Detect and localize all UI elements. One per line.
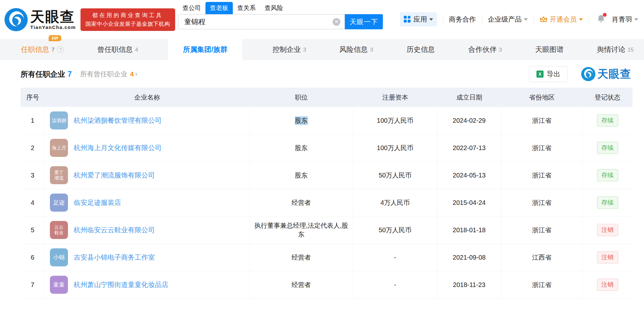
tab-count: 3 [370, 47, 373, 53]
tab-2[interactable]: 曾任职信息4 [94, 39, 141, 60]
top-navigation: 应用 商务合作 企业级产品 开通会员 肖青羽 [400, 12, 638, 26]
company-link[interactable]: 临安足迹服装店 [74, 198, 121, 207]
tab-1[interactable]: VIP任职信息7? [18, 39, 67, 60]
help-icon[interactable]: ? [57, 46, 64, 53]
status-badge: 注销 [597, 224, 618, 236]
company-link[interactable]: 杭州柒酒捌餐饮管理有限公司 [74, 116, 162, 125]
tianyancha-logo[interactable]: 天眼查 TianYanCha.com [5, 8, 76, 31]
tab-9[interactable]: 舆情讨论15 [594, 39, 637, 60]
divider [443, 15, 443, 24]
table-row: 7童童杭州萧山宁围街道童童化妆品店经营者-2018-11-23浙江省注销 [21, 271, 632, 299]
status-badge: 存续 [597, 169, 618, 181]
tab-count: 7 [52, 47, 54, 53]
company-link[interactable]: 杭州爱了潮流服饰有限公司 [74, 171, 155, 180]
tab-label: 舆情讨论 [597, 45, 625, 54]
user-menu[interactable]: 肖青羽 [612, 15, 638, 24]
cell-seq: 1 [21, 107, 45, 134]
cell-seq: 2 [21, 134, 45, 161]
search-tab-2[interactable]: 查老板 [205, 2, 233, 14]
avatar-line: 鞋业 [54, 230, 63, 236]
cell-province: 浙江省 [501, 189, 582, 216]
position-text: 股东 [295, 171, 308, 180]
column-header-5: 成立日期 [437, 88, 501, 107]
notifications-bell[interactable] [597, 14, 605, 24]
export-button[interactable]: X 导出 [529, 66, 568, 82]
company-link[interactable]: 吉安县小锦电子商务工作室 [74, 253, 155, 262]
avatar-line: 爱了 [54, 170, 63, 176]
avatar-line: 柒酒捌 [52, 118, 66, 124]
cell-status: 存续 [582, 162, 632, 189]
company-avatar[interactable]: 足迹 [50, 194, 68, 212]
company-link[interactable]: 杭州萧山宁围街道童童化妆品店 [74, 280, 168, 289]
cell-seq: 3 [21, 162, 45, 189]
cell-capital: - [353, 271, 437, 298]
cell-company: 童童杭州萧山宁围街道童童化妆品店 [45, 271, 250, 298]
cell-province: 浙江省 [501, 162, 582, 189]
current-positions-count: 7 [68, 70, 72, 78]
column-header-6: 省份地区 [501, 88, 582, 107]
search-tab-1[interactable]: 查公司 [178, 2, 205, 14]
search-tab-4[interactable]: 查风险 [260, 2, 288, 14]
top-header: 天眼查 TianYanCha.com 都在用的商业查询工具 国家中小企业发展子基… [0, 0, 644, 39]
apps-grid-icon [404, 16, 411, 23]
cell-status: 存续 [582, 189, 632, 216]
search-input[interactable] [178, 14, 345, 29]
divider [482, 15, 482, 24]
company-avatar[interactable]: 海上月 [50, 139, 68, 157]
table-row: 4足迹临安足迹服装店经营者4万人民币2015-04-24浙江省存续 [21, 189, 632, 216]
tab-8[interactable]: 天眼图谱 [532, 39, 567, 60]
avatar-line: 潮流 [54, 175, 63, 181]
nav-enterprise-products[interactable]: 企业级产品 [488, 15, 528, 24]
chevron-down-icon [429, 18, 433, 21]
vip-badge: VIP [49, 35, 61, 41]
cell-position: 经营者 [250, 244, 353, 271]
open-vip-button[interactable]: 开通会员 [540, 15, 583, 24]
table-subheader: 所有任职企业7 所有曾任职企业4› X 导出 天眼查 [21, 65, 631, 83]
clear-search-icon[interactable]: ✕ [333, 18, 340, 26]
company-avatar[interactable]: 爱了潮流 [50, 166, 68, 184]
company-avatar[interactable]: 柒酒捌 [50, 111, 68, 129]
table-body: 1柒酒捌杭州柒酒捌餐饮管理有限公司股东100万人民币2024-02-29浙江省存… [21, 107, 632, 299]
avatar-line: 童童 [53, 281, 65, 289]
cell-province: 浙江省 [501, 271, 582, 298]
avatar-line: 云云 [54, 225, 63, 230]
cell-company: 小锦吉安县小锦电子商务工作室 [45, 244, 250, 271]
divider [534, 15, 534, 24]
chevron-right-icon: › [135, 70, 137, 78]
company-avatar[interactable]: 云云鞋业 [50, 221, 68, 239]
tab-label: 合作伙伴 [468, 45, 497, 54]
company-avatar[interactable]: 童童 [50, 276, 68, 294]
search-tab-3[interactable]: 查关系 [233, 2, 260, 14]
column-header-3: 职位 [250, 88, 353, 107]
tab-label: 风险信息 [339, 45, 368, 54]
tianyancha-swirl-icon [581, 67, 595, 81]
company-link[interactable]: 杭州海上月文化传媒有限公司 [74, 143, 162, 152]
apps-menu[interactable]: 应用 [400, 12, 437, 26]
table-row: 6小锦吉安县小锦电子商务工作室经营者-2021-09-08江西省注销 [21, 244, 632, 271]
company-link[interactable]: 杭州临安云云鞋业有限公司 [74, 225, 155, 234]
nav-business-cooperation[interactable]: 商务合作 [449, 15, 476, 24]
column-header-7: 登记状态 [582, 88, 632, 107]
cell-position: 执行董事兼总经理,法定代表人,股东 [250, 216, 353, 244]
column-header-2: 企业名称 [45, 88, 250, 107]
tab-5[interactable]: 风险信息3 [336, 39, 376, 60]
tab-3[interactable]: 所属集团/族群 [168, 39, 242, 60]
avatar-line: 海上月 [52, 145, 66, 151]
table-header-row: 序号企业名称职位注册资本成立日期省份地区登记状态 [21, 88, 632, 107]
search-button[interactable]: 天眼一下 [345, 14, 383, 29]
tab-6[interactable]: 历史信息 [403, 39, 438, 60]
cell-date: 2024-02-29 [437, 107, 501, 134]
tab-label: 任职信息 [21, 45, 49, 54]
table-row: 3爱了潮流杭州爱了潮流服饰有限公司股东50万人民币2024-05-13浙江省存续 [21, 162, 632, 189]
watermark-text: 天眼查 [597, 67, 631, 81]
tab-4[interactable]: 控制企业3 [269, 39, 309, 60]
cell-status: 注销 [582, 244, 632, 271]
tab-7[interactable]: 合作伙伴3 [465, 39, 505, 60]
tianyancha-swirl-icon [5, 8, 28, 31]
past-positions-link[interactable]: 所有曾任职企业4› [80, 70, 137, 79]
position-text: 经营者 [292, 198, 311, 207]
avatar-line: 足迹 [53, 199, 65, 206]
company-avatar[interactable]: 小锦 [50, 248, 68, 266]
tab-count: 3 [303, 47, 306, 53]
cell-company: 云云鞋业杭州临安云云鞋业有限公司 [45, 216, 250, 244]
